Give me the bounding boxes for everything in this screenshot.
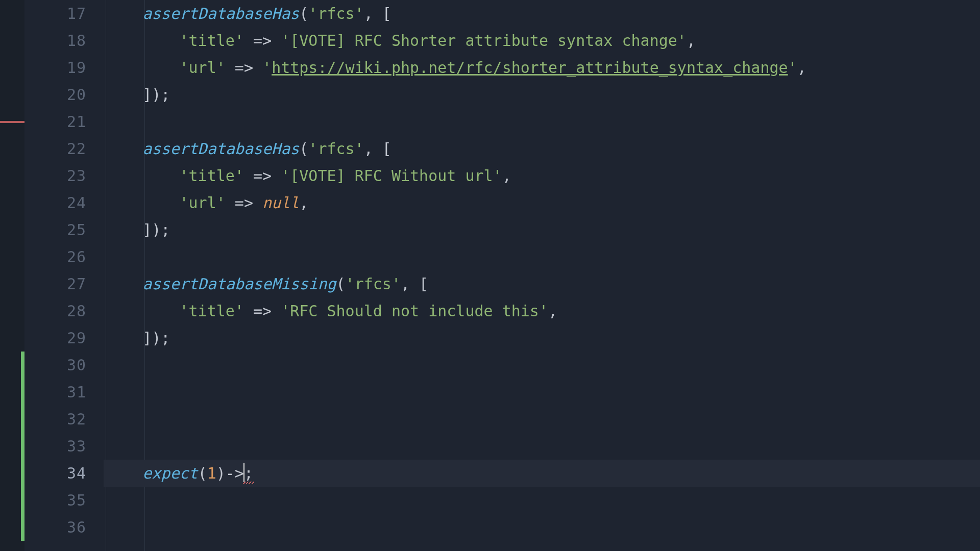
- code-line[interactable]: 'title' => '[VOTE] RFC Without url',: [104, 162, 980, 189]
- code-line[interactable]: [104, 108, 980, 135]
- code-line[interactable]: assertDatabaseHas('rfcs', [: [104, 0, 980, 27]
- line-number: 33: [24, 433, 86, 460]
- code-line[interactable]: ]);: [104, 216, 980, 243]
- line-number: 29: [24, 324, 86, 352]
- line-number-gutter: 1718192021222324252627282930313233343536: [24, 0, 104, 551]
- line-number: 23: [24, 162, 86, 189]
- line-number: 19: [24, 54, 86, 81]
- vcs-deletion-marker: [0, 121, 24, 123]
- line-number: 34: [24, 460, 86, 487]
- number-literal: 1: [207, 464, 216, 482]
- code-line[interactable]: ]);: [104, 81, 980, 108]
- code-line[interactable]: [104, 243, 980, 270]
- code-line[interactable]: [104, 379, 980, 406]
- vcs-gutter: [0, 0, 24, 551]
- line-number: 21: [24, 108, 86, 135]
- line-number: 25: [24, 216, 86, 243]
- line-number: 24: [24, 189, 86, 216]
- function-call: expect: [142, 464, 198, 482]
- line-number: 32: [24, 406, 86, 433]
- function-call: assertDatabaseMissing: [142, 275, 336, 293]
- function-call: assertDatabaseHas: [142, 140, 299, 158]
- line-number: 27: [24, 270, 86, 297]
- function-call: assertDatabaseHas: [142, 5, 299, 22]
- line-number: 35: [24, 487, 86, 514]
- code-line[interactable]: [104, 487, 980, 514]
- line-number: 31: [24, 379, 86, 406]
- line-number: 22: [24, 135, 86, 162]
- current-line[interactable]: expect(1)->;: [104, 460, 980, 487]
- code-line[interactable]: ]);: [104, 324, 980, 352]
- code-line[interactable]: assertDatabaseMissing('rfcs', [: [104, 270, 980, 297]
- syntax-error-marker: ;: [244, 464, 253, 482]
- code-editor[interactable]: assertDatabaseHas('rfcs', [ 'title' => '…: [104, 0, 980, 551]
- line-number: 28: [24, 297, 86, 324]
- code-line[interactable]: 'title' => '[VOTE] RFC Shorter attribute…: [104, 27, 980, 54]
- line-number: 26: [24, 243, 86, 270]
- code-line[interactable]: 'title' => 'RFC Should not include this'…: [104, 297, 980, 324]
- url-link[interactable]: https://wiki.php.net/rfc/shorter_attribu…: [272, 59, 788, 77]
- vcs-addition-marker: [21, 352, 24, 541]
- code-line[interactable]: 'url' => 'https://wiki.php.net/rfc/short…: [104, 54, 980, 81]
- line-number: 18: [24, 27, 86, 54]
- code-line[interactable]: [104, 406, 980, 433]
- code-line[interactable]: assertDatabaseHas('rfcs', [: [104, 135, 980, 162]
- line-number: 36: [24, 514, 86, 541]
- null-literal: null: [262, 194, 299, 212]
- code-line[interactable]: [104, 433, 980, 460]
- code-line[interactable]: [104, 352, 980, 379]
- line-number: 17: [24, 0, 86, 27]
- code-line[interactable]: [104, 514, 980, 541]
- code-line[interactable]: 'url' => null,: [104, 189, 980, 216]
- line-number: 20: [24, 81, 86, 108]
- line-number: 30: [24, 352, 86, 379]
